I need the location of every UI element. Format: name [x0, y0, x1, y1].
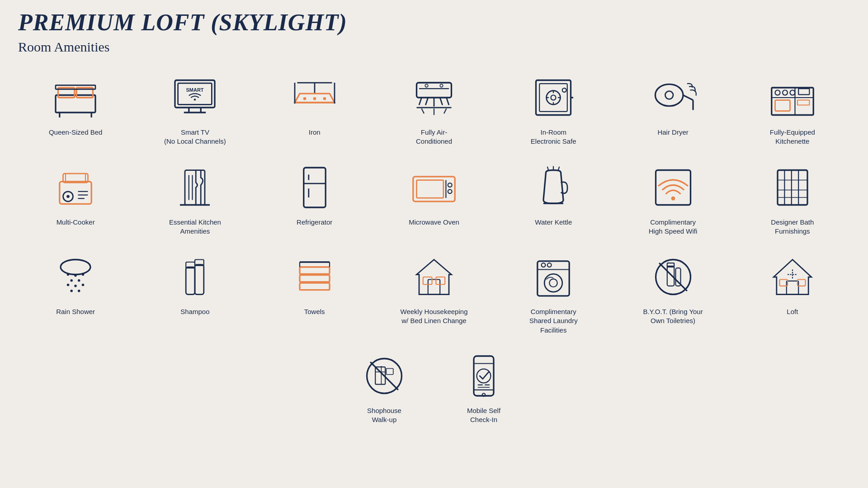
amenity-queen-bed: Queen-Sized Bed — [18, 68, 133, 154]
svg-point-24 — [440, 84, 443, 87]
svg-line-29 — [446, 98, 449, 105]
smart-tv-icon: SMART — [170, 73, 220, 122]
kitchen-amenities-icon — [170, 163, 220, 212]
page-title: PREMIUM LOFT (SKYLIGHT) — [18, 9, 850, 36]
water-kettle-icon — [528, 163, 578, 212]
svg-point-54 — [775, 90, 780, 95]
smart-tv-label: Smart TV(No Local Channels) — [164, 128, 226, 146]
svg-point-9 — [194, 99, 196, 100]
svg-point-85 — [671, 196, 675, 200]
svg-rect-114 — [428, 280, 440, 295]
svg-point-120 — [547, 263, 552, 267]
loft-label: Loft — [787, 307, 798, 316]
svg-rect-34 — [536, 80, 571, 115]
svg-point-17 — [313, 97, 316, 100]
byot-label: B.Y.O.T. (Bring YourOwn Toiletries) — [643, 307, 703, 326]
amenity-bath-furnishings: Designer BathFurnishings — [735, 158, 850, 244]
multi-cooker-icon — [51, 163, 100, 212]
iron-icon — [290, 73, 340, 122]
svg-text:SMART: SMART — [186, 87, 204, 93]
amenity-byot: B.Y.O.T. (Bring YourOwn Toiletries) — [615, 248, 730, 342]
byot-icon — [648, 252, 698, 302]
svg-point-77 — [448, 183, 452, 187]
svg-rect-57 — [798, 89, 809, 94]
svg-point-44 — [655, 84, 683, 106]
svg-rect-21 — [416, 83, 451, 98]
svg-rect-76 — [416, 180, 443, 198]
svg-point-142 — [482, 393, 486, 396]
iron-label: Iron — [309, 128, 321, 137]
svg-point-23 — [425, 84, 428, 87]
laundry-label: ComplimentaryShared LaundryFacilities — [529, 307, 578, 335]
kitchen-amenities-label: Essential KitchenAmenities — [169, 218, 221, 236]
shophouse-label: ShophouseWalk-up — [367, 406, 401, 425]
svg-rect-116 — [436, 277, 445, 285]
hair-dryer-label: Hair Dryer — [657, 128, 688, 137]
bath-furnishings-icon — [768, 163, 817, 212]
svg-line-25 — [419, 98, 422, 105]
svg-rect-35 — [539, 84, 567, 112]
queen-bed-label: Queen-Sized Bed — [49, 128, 102, 137]
housekeeping-label: Weekly Housekeepingw/ Bed Linen Change — [401, 307, 468, 326]
svg-point-103 — [78, 290, 80, 292]
svg-rect-108 — [300, 267, 330, 274]
svg-point-63 — [66, 195, 70, 198]
electronic-safe-label: In-RoomElectronic Safe — [531, 128, 576, 146]
air-conditioned-icon — [409, 73, 459, 122]
kitchenette-icon — [768, 73, 817, 122]
amenity-refrigerator: Refrigerator — [257, 158, 372, 244]
amenity-air-conditioned: Fully Air-Conditioned — [377, 68, 491, 154]
amenity-smart-tv: SMART Smart TV(No Local Channels) — [137, 68, 252, 154]
page-subtitle: Room Amenities — [18, 39, 850, 55]
air-conditioned-label: Fully Air-Conditioned — [416, 128, 452, 146]
rain-shower-label: Rain Shower — [56, 307, 95, 316]
svg-line-134 — [370, 362, 398, 390]
svg-point-98 — [78, 279, 80, 282]
amenity-kitchen-amenities: Essential KitchenAmenities — [137, 158, 252, 244]
amenity-wifi: ComplimentaryHigh Speed Wifi — [615, 158, 730, 244]
svg-line-28 — [440, 98, 443, 105]
svg-point-37 — [551, 95, 556, 100]
kitchenette-label: Fully-EquippedKitchenette — [770, 128, 815, 146]
svg-rect-109 — [300, 275, 330, 282]
housekeeping-icon — [409, 252, 459, 302]
towels-label: Towels — [304, 307, 325, 316]
electronic-safe-icon — [528, 73, 578, 122]
microwave-icon — [409, 163, 459, 212]
bottom-amenities-row: ShophouseWalk-up Mobile SelfCheck-In — [18, 347, 850, 432]
svg-point-100 — [74, 285, 77, 287]
svg-line-33 — [444, 108, 447, 113]
svg-rect-86 — [778, 170, 807, 205]
svg-rect-71 — [304, 168, 326, 207]
amenity-shampoo: Shampoo — [137, 248, 252, 342]
water-kettle-label: Water Kettle — [535, 218, 572, 227]
amenity-mobile-checkin: Mobile SelfCheck-In — [448, 347, 520, 432]
svg-point-78 — [448, 189, 452, 193]
svg-rect-51 — [775, 100, 790, 111]
bath-furnishings-label: Designer BathFurnishings — [771, 218, 814, 236]
svg-point-97 — [71, 279, 73, 282]
wifi-icon — [648, 163, 698, 212]
towels-icon — [290, 252, 340, 302]
amenity-electronic-safe: In-RoomElectronic Safe — [496, 68, 611, 154]
svg-rect-128 — [787, 281, 798, 295]
svg-point-102 — [71, 290, 73, 292]
svg-point-56 — [790, 90, 795, 95]
shophouse-icon — [359, 351, 409, 401]
svg-point-94 — [67, 273, 70, 276]
svg-point-122 — [549, 279, 557, 287]
shampoo-label: Shampoo — [180, 307, 209, 316]
multi-cooker-label: Multi-Cooker — [57, 218, 95, 227]
refrigerator-icon — [290, 163, 340, 212]
amenity-housekeeping: Weekly Housekeepingw/ Bed Linen Change — [377, 248, 491, 342]
svg-rect-67 — [185, 170, 205, 205]
svg-rect-115 — [423, 277, 432, 285]
loft-icon — [768, 252, 817, 302]
amenity-water-kettle: Water Kettle — [496, 158, 611, 244]
svg-point-16 — [303, 97, 306, 100]
svg-rect-110 — [300, 283, 330, 290]
svg-line-81 — [547, 166, 548, 170]
amenities-grid: Queen-Sized Bed SMART Smart TV(No Local … — [18, 68, 850, 342]
svg-line-83 — [558, 166, 559, 170]
amenity-loft: Loft — [735, 248, 850, 342]
